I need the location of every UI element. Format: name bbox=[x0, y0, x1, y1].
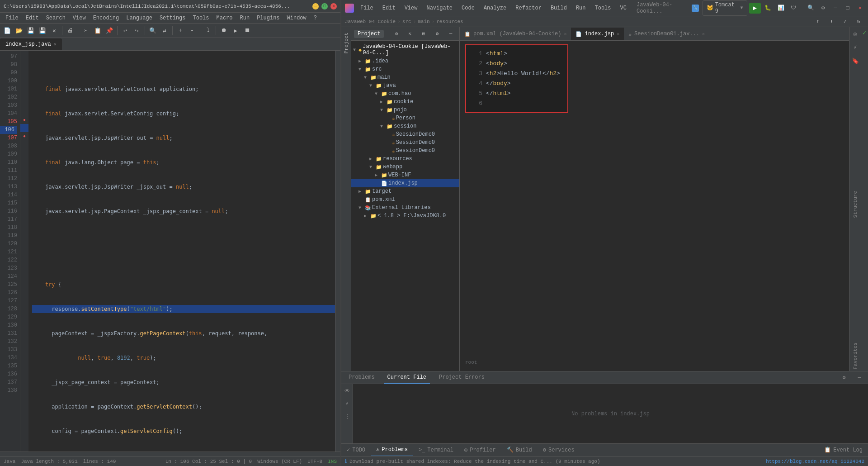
menu-macro[interactable]: Macro bbox=[213, 13, 236, 23]
problems-tab-all[interactable]: Problems bbox=[345, 372, 378, 384]
tree-target[interactable]: ▶ 📁 target bbox=[351, 187, 459, 195]
copy-btn[interactable]: 📋 bbox=[92, 25, 103, 36]
ij-menu-navigate[interactable]: Navigate bbox=[424, 0, 455, 16]
notification-link[interactable]: https://blog.csdn.net/aq_51224042 bbox=[766, 459, 864, 464]
close-button[interactable]: ✕ bbox=[330, 3, 337, 10]
ij-menu-refactor[interactable]: Refactor bbox=[513, 0, 544, 16]
tree-session[interactable]: ▼ 📁 session bbox=[351, 122, 459, 130]
close-btn[interactable]: ✕ bbox=[49, 25, 60, 36]
breadcrumb-src[interactable]: src bbox=[402, 19, 411, 24]
minimize-button[interactable]: ─ bbox=[312, 3, 319, 10]
tree-webapp[interactable]: ▼ 📁 webapp bbox=[351, 163, 459, 171]
structure-label[interactable]: Structure bbox=[853, 191, 858, 218]
debug-button[interactable]: 🐛 bbox=[763, 2, 774, 14]
tree-idea[interactable]: ▶ 📁 .idea bbox=[351, 57, 459, 65]
profile-button[interactable]: 📊 bbox=[775, 2, 786, 14]
open-btn[interactable]: 📂 bbox=[14, 25, 24, 36]
macro-play-btn[interactable]: ▶ bbox=[230, 25, 241, 36]
print-btn[interactable]: 🖨 bbox=[65, 25, 75, 36]
zoom-out-btn[interactable]: - bbox=[187, 25, 198, 36]
vertical-scrollbar[interactable] bbox=[335, 51, 340, 452]
menu-encoding[interactable]: Encoding bbox=[90, 13, 123, 23]
menu-language[interactable]: Language bbox=[123, 13, 156, 23]
prob-eye-icon[interactable]: 👁 bbox=[342, 386, 352, 396]
find-btn[interactable]: 🔍 bbox=[147, 25, 158, 36]
seession-tab-close[interactable]: ✕ bbox=[702, 31, 705, 37]
tree-src[interactable]: ▼ 📁 src bbox=[351, 65, 459, 73]
project-gear[interactable]: ⚙ bbox=[391, 28, 402, 40]
ij-menu-edit[interactable]: Edit bbox=[380, 0, 398, 16]
ij-run-config[interactable]: 🔧 bbox=[689, 2, 700, 14]
tree-pojo[interactable]: ▼ 📁 pojo bbox=[351, 106, 459, 114]
tab-pom-xml[interactable]: 📋 pom.xml (JavaWeb-04-Cookie) ✕ bbox=[460, 28, 571, 40]
tree-seession1[interactable]: ▶ ☕ SeesionDemo0 bbox=[351, 130, 459, 138]
menu-view[interactable]: View bbox=[69, 13, 90, 23]
vcs-update[interactable]: ↻ bbox=[853, 16, 864, 28]
tree-resources[interactable]: ▶ 📁 resources bbox=[351, 155, 459, 163]
prob-filter-icon[interactable]: ⚡ bbox=[342, 399, 352, 409]
bottom-tab-services[interactable]: ⚙ Services bbox=[538, 444, 580, 456]
horizontal-scrollbar[interactable] bbox=[0, 452, 340, 456]
ij-menu-vc[interactable]: VC bbox=[618, 0, 629, 16]
menu-run[interactable]: Run bbox=[236, 13, 254, 23]
save-all-btn[interactable]: 💾 bbox=[37, 25, 48, 36]
prob-sort-icon[interactable]: ⋮ bbox=[342, 411, 352, 421]
menu-help[interactable]: ? bbox=[310, 13, 321, 23]
paste-btn[interactable]: 📌 bbox=[104, 25, 115, 36]
ij-menu-code[interactable]: Code bbox=[459, 0, 477, 16]
tomcat-config[interactable]: 🐱 Tomcat 9 ▼ bbox=[703, 0, 747, 16]
tree-com-hao[interactable]: ▼ 📁 com.hao bbox=[351, 90, 459, 98]
menu-tools[interactable]: Tools bbox=[189, 13, 212, 23]
pom-tab-close[interactable]: ✕ bbox=[564, 31, 566, 37]
problems-tab-errors[interactable]: Project Errors bbox=[435, 372, 488, 384]
breadcrumb-main[interactable]: main bbox=[418, 19, 429, 24]
bottom-tab-eventlog[interactable]: 📋 Event Log bbox=[819, 444, 868, 456]
macro-btn[interactable]: ⏺ bbox=[218, 25, 229, 36]
menu-window[interactable]: Window bbox=[283, 13, 310, 23]
project-collapse[interactable]: ⇱ bbox=[404, 28, 416, 40]
tree-session2[interactable]: ▶ ☕ SessionDemo0 bbox=[351, 147, 459, 155]
bottom-tab-profiler[interactable]: ◎ Profiler bbox=[459, 444, 501, 456]
favorites-label[interactable]: Favorites bbox=[850, 342, 860, 369]
structure-icon1[interactable]: ◎ bbox=[850, 29, 860, 39]
vcs-icon2[interactable]: ⬇ bbox=[826, 16, 837, 28]
run-with-coverage[interactable]: 🛡 bbox=[788, 2, 799, 14]
ij-menu-run[interactable]: Run bbox=[573, 0, 589, 16]
bottom-tab-todo[interactable]: ✓ TODO bbox=[341, 444, 371, 456]
vcs-icon3[interactable]: ✓ bbox=[839, 16, 851, 28]
vcs-icon1[interactable]: ⬆ bbox=[812, 16, 824, 28]
win-minimize[interactable]: ─ bbox=[831, 2, 840, 14]
problems-close[interactable]: ─ bbox=[854, 373, 864, 383]
tree-cookie[interactable]: ▶ 📁 cookie bbox=[351, 98, 459, 106]
search-everywhere[interactable]: 🔍 bbox=[807, 2, 815, 14]
index-jsp-code[interactable]: 1 <html> 2 <body> 3 <h2>Hello World!</h2… bbox=[460, 41, 849, 371]
menu-plugins[interactable]: Plugins bbox=[253, 13, 283, 23]
tab-seession[interactable]: ☕ SeesionDemo01.jav... ✕ bbox=[624, 28, 709, 40]
tree-webinf[interactable]: ▶ 📁 WEB-INF bbox=[351, 171, 459, 179]
tree-ext-libs[interactable]: ▼ 📚 External Libraries bbox=[351, 204, 459, 212]
project-tab-project[interactable]: Project bbox=[354, 30, 384, 38]
breadcrumb-resources[interactable]: resources bbox=[436, 19, 463, 24]
tree-session1[interactable]: ▶ ☕ SessionDemo0 bbox=[351, 138, 459, 147]
ij-menu-file[interactable]: File bbox=[358, 0, 376, 16]
code-text[interactable]: final javax.servlet.ServletContext appli… bbox=[28, 51, 335, 452]
save-btn[interactable]: 💾 bbox=[25, 25, 36, 36]
problems-tab-current[interactable]: Current File bbox=[384, 372, 430, 384]
structure-icon2[interactable]: ⚡ bbox=[850, 43, 860, 52]
maximize-button[interactable]: □ bbox=[321, 3, 328, 10]
menu-edit[interactable]: Edit bbox=[22, 13, 42, 23]
ij-menu-tools[interactable]: Tools bbox=[592, 0, 614, 16]
tree-java[interactable]: ▼ 📁 java bbox=[351, 81, 459, 90]
tree-person[interactable]: ▶ ☕ Person bbox=[351, 114, 459, 122]
project-expand[interactable]: ⊞ bbox=[418, 28, 429, 40]
bottom-tab-terminal[interactable]: >_ Terminal bbox=[413, 444, 459, 456]
win-restore[interactable]: □ bbox=[843, 2, 852, 14]
win-close[interactable]: ✕ bbox=[856, 2, 864, 14]
ij-menu-view[interactable]: View bbox=[402, 0, 420, 16]
project-settings[interactable]: ⚙ bbox=[431, 28, 443, 40]
tree-root[interactable]: ▼ ◆ JavaWeb-04-Cookie [JavaWeb-04-C...] bbox=[351, 43, 459, 57]
problems-settings[interactable]: ⚙ bbox=[839, 373, 849, 383]
menu-search[interactable]: Search bbox=[42, 13, 69, 23]
ij-menu-analyze[interactable]: Analyze bbox=[481, 0, 509, 16]
project-sidebar-label[interactable]: Project bbox=[342, 31, 351, 55]
